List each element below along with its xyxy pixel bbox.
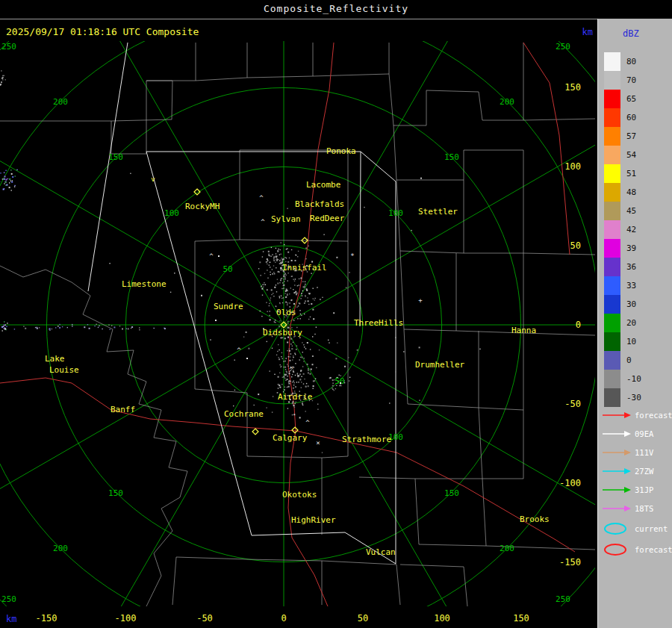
city-label: Drumheller [415,360,465,370]
radar-sector-line [360,152,361,326]
radar-echo [328,340,329,341]
radar-echo [94,326,95,326]
radar-echo [295,279,296,279]
range-label: 250 [1,42,16,52]
radar-echo [293,414,295,415]
radar-echo [139,329,140,330]
station-marker: × [316,439,320,447]
radar-echo [305,300,306,302]
colorbar-value: 70 [626,71,636,90]
radar-echo [281,254,281,255]
radar-echo [395,337,396,338]
highway-line [0,378,296,431]
radar-echo [264,282,264,283]
radar-echo [3,75,4,76]
radar-echo [3,189,4,190]
radar-echo [287,248,287,249]
radar-echo [308,246,309,246]
colorbar-value: 30 [626,295,636,314]
radar-echo [314,380,315,381]
radar-echo [312,355,314,357]
colorbar-swatch [604,388,620,407]
radar-echo [286,302,287,302]
range-label: 200 [500,544,514,553]
radar-echo [11,190,12,190]
radar-echo [285,296,287,298]
radar-echo [310,317,311,317]
radar-echo [395,371,396,372]
radar-echo [287,323,288,323]
radar-echo [284,378,285,379]
radar-echo [261,288,263,290]
city-label: Didsbury [263,328,302,338]
radar-echo [89,328,90,329]
radar-echo [287,294,288,296]
radar-echo [270,267,270,267]
right-axis-label: 100 [564,161,581,172]
radar-echo [59,324,60,325]
city-label: Blackfalds [295,199,344,209]
radar-echo [108,325,109,326]
radar-echo [279,387,281,388]
radar-echo [0,84,1,85]
colorbar-swatch [604,258,620,276]
radar-echo [5,325,6,326]
radar-echo [281,356,281,357]
radar-echo [269,305,270,306]
legend-label: 18TS [635,504,653,513]
radar-echo [305,348,306,349]
radar-echo [11,181,13,183]
county-boundary [195,150,240,314]
radar-echo [364,207,364,208]
station-marker: ^ [305,419,310,426]
radar-echo [276,257,277,258]
radar-echo [305,296,305,297]
radar-echo [307,364,308,365]
radar-echo [270,256,271,257]
radar-echo [4,183,4,184]
radar-echo [290,343,291,344]
radar-echo [275,262,276,263]
city-label: Cochrane [224,409,264,419]
radar-echo [295,375,296,376]
legend-label: forecast [635,411,672,420]
range-label: 200 [53,544,68,553]
radar-echo [295,403,296,404]
radar-echo [304,379,305,379]
radar-echo [59,327,60,329]
city-label: Innisfail [282,263,327,273]
colorbar-value: 51 [626,164,636,183]
radar-echo [280,267,281,269]
radar-echo [6,326,7,327]
radar-echo [15,175,16,176]
radar-echo [25,328,26,329]
radar-echo [277,283,279,285]
radar-map[interactable]: 2025/09/17 01:18:16 UTC Composite km km … [0,19,597,628]
radar-echo [280,279,281,281]
legend-row: current [598,519,672,538]
radar-echo [62,326,63,327]
radar-echo [119,326,120,326]
county-boundary [464,150,523,253]
radar-echo [276,253,276,254]
city-label: HighRiver [291,515,336,525]
radar-echo [294,407,295,408]
radar-echo [291,376,292,377]
radar-echo [284,367,284,367]
city-label: Olds [276,308,296,317]
radar-echo [1,326,3,328]
radar-echo [316,367,317,368]
station-marker: ^ [237,346,241,354]
colorbar-level: 33 [598,276,672,295]
range-ring [0,19,597,628]
radar-echo [300,370,301,371]
radar-echo [300,357,301,358]
radar-echo [308,370,308,370]
county-boundary [396,180,464,253]
radar-echo [293,405,295,406]
radar-echo [276,248,276,249]
colorbar-swatch [604,332,620,351]
radar-echo [293,289,293,290]
radar-echo [314,334,315,335]
colorbar-level: 10 [598,332,672,351]
